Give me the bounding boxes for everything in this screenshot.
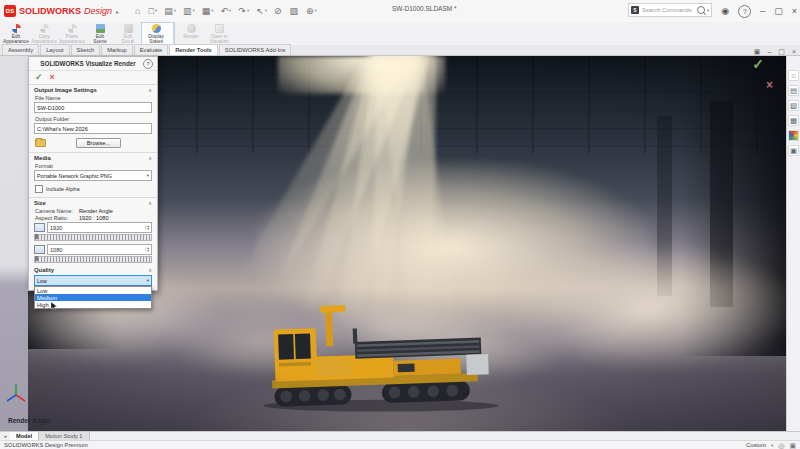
quality-header[interactable]: Quality ∧ [29, 265, 157, 274]
custom-properties-icon[interactable]: ▣ [788, 145, 799, 156]
graphics-area[interactable]: ✓ × Render Angle ⌂▤▧▦●▣ SOLIDWORKS Visua… [0, 56, 800, 431]
tab-scroll-left-icon[interactable]: ◂ [0, 432, 10, 440]
edit-scene-button[interactable]: Edit Scene [86, 23, 114, 45]
help-icon[interactable]: ? [738, 5, 751, 18]
tab-solidworks-add-ins[interactable]: SOLIDWORKS Add-Ins [219, 44, 292, 55]
user-account-icon[interactable]: ◉ [721, 7, 729, 16]
tab-model[interactable]: Model [10, 432, 39, 440]
output-folder-field[interactable]: C:\What's New 2026 [34, 123, 152, 134]
open-icon[interactable]: ▤▾ [164, 7, 176, 16]
tab-evaluate[interactable]: Evaluate [134, 44, 169, 55]
doc-close-icon[interactable]: × [792, 48, 796, 55]
document-title: SW-D1000.SLDASM * [392, 5, 457, 12]
file-explorer-icon[interactable]: ▧ [788, 100, 799, 111]
format-dropdown[interactable]: Portable Network Graphic PNG ▾ [34, 170, 152, 181]
media-header[interactable]: Media ∧ [29, 153, 157, 162]
output-settings-header[interactable]: Output Image Settings ∧ [29, 85, 157, 94]
confirmation-cancel-icon[interactable]: × [766, 78, 773, 92]
spinner-arrows[interactable]: ▴▾ [145, 247, 149, 253]
unit-system-selector[interactable]: Custom [746, 442, 766, 448]
quality-option[interactable]: Medium [35, 294, 151, 301]
height-slider[interactable] [34, 256, 152, 263]
command-manager: Edit Appearance Copy Appearance Paste Ap… [0, 22, 800, 46]
open-in-visualize-button[interactable]: Open in Visualize [205, 23, 233, 45]
status-display-icon[interactable]: ▣ [789, 442, 796, 449]
viewport-left-margin [0, 56, 28, 431]
attach-icon[interactable]: ⊘ [274, 7, 283, 16]
quality-option[interactable]: Low [35, 287, 151, 294]
edit-appearance-button[interactable]: Edit Appearance [2, 23, 30, 45]
include-alpha-row[interactable]: Include Alpha [29, 183, 157, 198]
status-tag-icon[interactable]: ◎ [778, 442, 784, 449]
appearances-icon[interactable]: ● [788, 130, 799, 141]
quality-dropdown[interactable]: Low ▾ [34, 275, 152, 286]
confirmation-ok-icon[interactable]: ✓ [752, 56, 764, 72]
minimize-icon[interactable]: – [760, 7, 765, 16]
redo-icon[interactable]: ↷▾ [238, 7, 249, 16]
collapse-icon[interactable]: ∧ [148, 155, 152, 161]
home-icon[interactable]: ⌂ [135, 7, 141, 16]
panel-help-icon[interactable]: ? [143, 59, 153, 69]
close-icon[interactable]: × [792, 7, 797, 16]
chevron-down-icon: ▾ [147, 278, 149, 283]
print-icon[interactable]: ▦▾ [202, 7, 214, 16]
tab-sketch[interactable]: Sketch [71, 44, 101, 55]
copy-appearance-button[interactable]: Copy Appearance [30, 23, 58, 45]
paste-appearance-button[interactable]: Paste Appearance [58, 23, 86, 45]
search-icon[interactable] [697, 6, 705, 14]
ok-button[interactable]: ✓ [35, 73, 43, 82]
options-icon[interactable]: ⊛▾ [306, 7, 317, 16]
file-name-label: File Name [29, 94, 157, 101]
dropdown-caret-icon: ▾ [247, 9, 249, 14]
width-spinner[interactable]: 1920 ▴▾ [47, 222, 152, 233]
panel-title: SOLIDWORKS Visualize Render [33, 60, 143, 67]
app-name: SOLIDWORKS [19, 6, 81, 16]
browse-button[interactable]: Browse... [76, 138, 121, 148]
new-document-icon[interactable]: □▾ [148, 7, 157, 16]
width-slider[interactable] [34, 234, 152, 241]
menu-expand-icon[interactable]: ▸ [116, 8, 119, 15]
select-icon[interactable]: ↖▾ [256, 7, 267, 16]
edit-decal-button[interactable]: Edit Decal [114, 23, 142, 45]
maximize-icon[interactable]: ▢ [774, 7, 783, 16]
quality-dropdown-wrap: Low ▾ Low Medium High [34, 275, 152, 286]
design-library-icon[interactable]: ▤ [788, 85, 799, 96]
tab-render-tools[interactable]: Render Tools [169, 44, 218, 55]
spinner-arrows[interactable]: ▴▾ [145, 225, 149, 231]
dropdown-caret-icon: ▾ [192, 9, 194, 14]
collapse-icon[interactable]: ∧ [148, 267, 152, 273]
view-palette-icon[interactable]: ▦ [788, 115, 799, 126]
tab-markup[interactable]: Markup [101, 44, 132, 55]
cancel-button[interactable]: × [50, 73, 55, 82]
save-icon[interactable]: ▥▾ [183, 7, 195, 16]
dropdown-caret-icon: ▾ [155, 9, 157, 14]
file-name-field[interactable]: SW-D1000 [34, 102, 152, 113]
command-icon [12, 24, 21, 33]
doc-maximize-icon[interactable]: ▢ [778, 48, 785, 55]
collapse-icon[interactable]: ∧ [148, 200, 152, 206]
search-caret-icon[interactable]: ▾ [707, 8, 709, 13]
include-alpha-checkbox[interactable] [35, 185, 43, 193]
dropdown-caret-icon: ▾ [265, 9, 267, 14]
visualize-render-panel: SOLIDWORKS Visualize Render ? ✓ × Output… [28, 56, 158, 291]
quick-access-toolbar: ⌂□▾▤▾▥▾▦▾↶▾↷▾↖▾⊘▨⊛▾ [135, 7, 317, 16]
solidworks-resources-icon[interactable]: ⌂ [788, 70, 799, 81]
aspect-ratio-row: Aspect Ratio: 1920 : 1080 [29, 214, 157, 221]
search-commands-box[interactable]: S Search Commands ▾ [628, 3, 712, 17]
tab-layout[interactable]: Layout [40, 44, 69, 55]
quality-option[interactable]: High [35, 301, 151, 308]
undo-icon[interactable]: ↶▾ [221, 7, 232, 16]
mouse-cursor-icon [51, 302, 57, 310]
doc-minimize-icon[interactable]: – [767, 48, 771, 55]
command-icon [215, 24, 224, 33]
height-spinner[interactable]: 1080 ▴▾ [47, 244, 152, 255]
unit-caret-icon[interactable]: ▾ [771, 443, 773, 448]
sheet-icon[interactable]: ▨ [290, 7, 300, 16]
render-button[interactable]: Render [177, 23, 205, 39]
size-header[interactable]: Size ∧ [29, 198, 157, 207]
dropdown-caret-icon: ▾ [315, 9, 317, 14]
tab-assembly[interactable]: Assembly [2, 44, 39, 55]
collapse-icon[interactable]: ∧ [148, 87, 152, 93]
tab-motion-study-1[interactable]: Motion Study 1 [39, 432, 89, 440]
doc-restore-icon[interactable]: ▣ [754, 48, 761, 55]
